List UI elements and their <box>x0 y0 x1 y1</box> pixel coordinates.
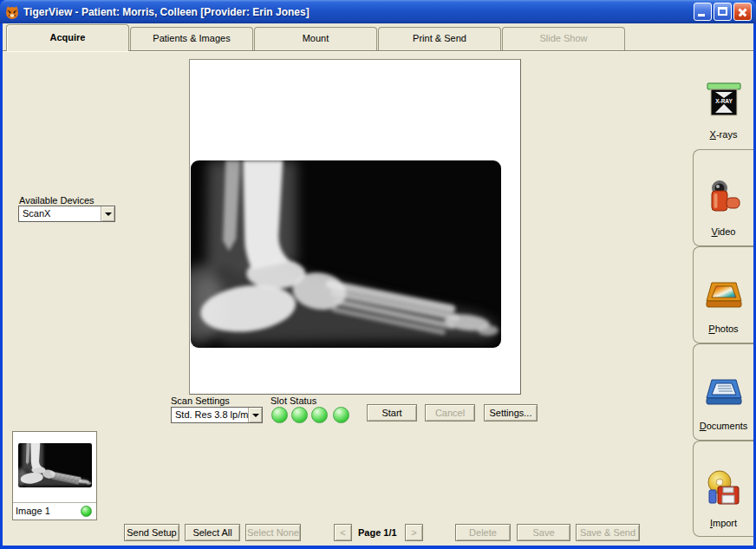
page-prev-button[interactable]: < <box>334 524 352 541</box>
available-devices-value: ScanX <box>23 208 50 219</box>
import-cd-floppy-icon <box>705 469 743 507</box>
sidebar-item-label: Photos <box>708 324 738 334</box>
settings-button[interactable]: Settings... <box>484 404 538 422</box>
sidebar-item-xrays[interactable]: X-RAY X-rays <box>693 52 753 149</box>
sidebar-item-photos[interactable]: Photos <box>693 246 753 343</box>
sidebar-item-label: Documents <box>700 421 748 431</box>
send-setup-button[interactable]: Send Setup <box>124 524 179 541</box>
titlebar: TigerView - Patient: Morris, Colleen [Pr… <box>0 0 756 23</box>
film-canvas <box>189 59 521 395</box>
slot-status-label: Slot Status <box>270 395 316 406</box>
chevron-down-icon[interactable] <box>248 408 262 422</box>
scan-settings-select[interactable]: Std. Res 3.8 lp/mm <box>171 407 263 423</box>
save-and-send-button[interactable]: Save & Send <box>576 524 640 541</box>
close-icon[interactable] <box>733 3 752 21</box>
thumbnail-xray-image[interactable] <box>18 443 92 487</box>
svg-text:X-RAY: X-RAY <box>715 98 733 104</box>
window-title: TigerView - Patient: Morris, Colleen [Pr… <box>23 6 310 18</box>
tab-slide-show[interactable]: Slide Show <box>502 27 625 50</box>
maximize-icon[interactable] <box>714 3 732 21</box>
select-all-button[interactable]: Select All <box>185 524 240 541</box>
tab-acquire[interactable]: Acquire <box>6 24 129 51</box>
scan-settings-value: Std. Res 3.8 lp/mm <box>175 409 257 420</box>
chevron-down-icon[interactable] <box>101 206 114 221</box>
sidebar-item-label: Video <box>712 226 736 237</box>
page-next-button[interactable]: > <box>405 524 423 541</box>
cancel-button[interactable]: Cancel <box>425 404 475 422</box>
photo-scanner-icon <box>705 275 743 313</box>
acquired-xray-image[interactable] <box>191 160 501 348</box>
tigerview-app-icon <box>4 4 20 20</box>
xray-viewer-icon: X-RAY <box>705 81 743 119</box>
available-devices-select[interactable]: ScanX <box>18 206 115 222</box>
sidebar-item-label: X-rays <box>710 129 738 140</box>
start-button[interactable]: Start <box>367 404 417 422</box>
save-button[interactable]: Save <box>517 524 570 541</box>
thumbnail-label: Image 1 <box>16 506 50 516</box>
app-content: Acquire Patients & Images Mount Print & … <box>3 23 753 546</box>
sidebar-item-import[interactable]: Import <box>693 441 753 537</box>
minimize-icon[interactable] <box>694 3 712 21</box>
sidebar-item-documents[interactable]: Documents <box>693 343 753 441</box>
thumbnail-footer: Image 1 <box>13 502 96 520</box>
app-window: TigerView - Patient: Morris, Colleen [Pr… <box>0 0 756 549</box>
delete-button[interactable]: Delete <box>455 524 511 541</box>
slot-status-indicator-4 <box>333 407 349 423</box>
image-status-dot <box>81 506 92 517</box>
tab-print-send[interactable]: Print & Send <box>378 27 501 50</box>
page-indicator: Page 1/1 <box>358 524 397 541</box>
sidebar-item-video[interactable]: Video <box>693 149 753 246</box>
tab-mount[interactable]: Mount <box>254 27 377 50</box>
slot-status-indicator-1 <box>271 407 288 423</box>
document-scanner-icon <box>705 372 743 410</box>
select-none-button[interactable]: Select None <box>245 524 301 541</box>
image-thumbnail-panel[interactable]: Image 1 <box>12 431 97 520</box>
tab-patients-images[interactable]: Patients & Images <box>130 27 253 50</box>
slot-status-indicator-3 <box>311 407 328 423</box>
slot-status-indicator-2 <box>291 407 308 423</box>
scan-settings-label: Scan Settings <box>171 395 230 406</box>
available-devices-label: Available Devices <box>19 195 94 206</box>
camcorder-icon <box>705 178 743 216</box>
sidebar-item-label: Import <box>710 518 737 528</box>
